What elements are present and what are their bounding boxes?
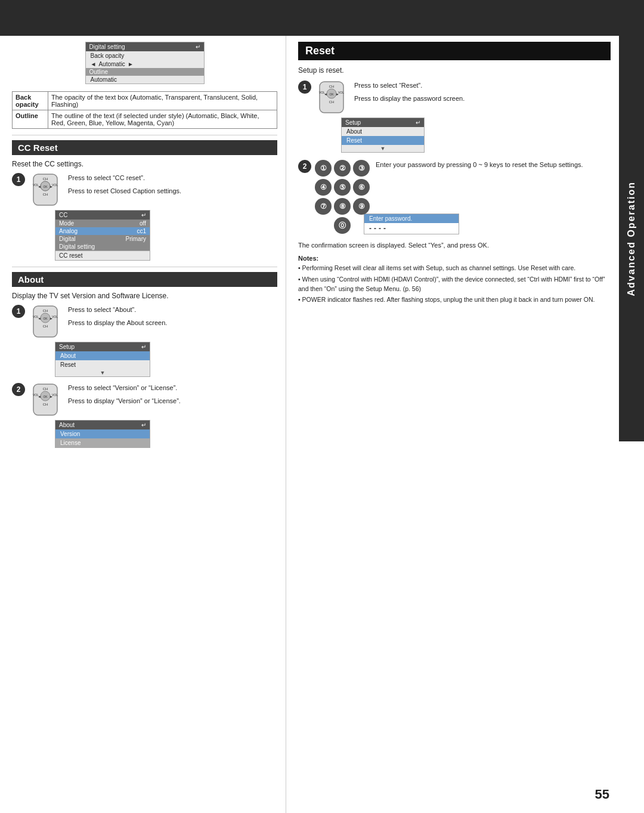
digital-setting-menu: Digital setting ↵ Back opacity ◄ Automat… <box>85 42 205 84</box>
svg-text:CH: CH <box>43 309 48 313</box>
num-9: ⑨ <box>353 198 370 215</box>
notes-section: Notes: Performing Reset will clear all i… <box>298 255 611 305</box>
right-tab: Advanced Operation <box>619 36 644 441</box>
about-step1-content: Press to select “About”. Press to displa… <box>68 305 167 328</box>
right-tab-label: Advanced Operation <box>626 181 637 296</box>
svg-text:CH: CH <box>43 324 48 328</box>
remote-icon-about-2: CH OK ◄ ► VOL VOL CH <box>29 383 62 416</box>
table-row: Back opacity The opacity of the text box… <box>13 92 277 110</box>
svg-text:OK: OK <box>43 395 48 398</box>
reset-step2-content: Enter your password by pressing 0 ~ 9 ke… <box>376 160 583 171</box>
cc-menu-box: CC ↵ Mode off Analog cc1 Digital Primary… <box>55 210 150 261</box>
back-opacity-item: Back opacity <box>86 51 204 60</box>
reset-step2: 2 ① ② ③ ④ ⑤ ⑥ ⑦ ⑧ ⑨ ⓪ <box>298 160 611 234</box>
reset-setup-about-row: About <box>342 127 424 136</box>
label-back-opacity: Back opacity <box>13 92 48 110</box>
cc-reset-step1: 1 CH OK ◄ ► VOL VOL CH <box>12 173 277 206</box>
top-banner <box>0 0 644 36</box>
desc-back-opacity: The opacity of the text box (Automatic, … <box>48 92 277 110</box>
about-version-menu: About ↵ Version License <box>55 420 150 448</box>
remote-icon-1: CH OK ◄ ► VOL VOL CH <box>29 173 62 206</box>
svg-text:OK: OK <box>329 92 334 96</box>
svg-text:VOL: VOL <box>52 393 58 397</box>
left-column: Digital setting ↵ Back opacity ◄ Automat… <box>0 36 286 813</box>
reset-subtext: Setup is reset. <box>298 66 611 75</box>
num-7: ⑦ <box>315 198 332 215</box>
right-column: Reset Setup is reset. 1 CH OK ◄ ► VOL VO… <box>286 36 619 813</box>
notes-label: Notes: <box>298 255 611 262</box>
svg-text:CH: CH <box>43 177 48 181</box>
settings-table: Back opacity The opacity of the text box… <box>12 91 277 129</box>
reset-header: Reset <box>298 42 611 60</box>
remote-icon-reset-1: CH OK ◄ ► VOL VOL CH <box>315 81 348 114</box>
reset-setup-menu-header: Setup ↵ <box>342 118 424 127</box>
about-license-row: License <box>55 438 150 447</box>
about-step2-content: Press to select “Version” or “License”. … <box>68 383 181 406</box>
svg-text:VOL: VOL <box>52 183 58 187</box>
num-4: ④ <box>315 179 332 196</box>
divider <box>12 135 277 135</box>
num-0: ⓪ <box>334 217 351 234</box>
automatic-row: ◄ Automatic ► <box>86 60 204 68</box>
svg-text:CH: CH <box>43 403 48 406</box>
about-setup-menu: Setup ↵ About Reset ▼ <box>55 342 150 377</box>
reset-step1: 1 CH OK ◄ ► VOL VOL CH Press to sele <box>298 81 611 114</box>
remote-icon-about-1: CH OK ◄ ► VOL VOL CH <box>29 305 62 338</box>
num-5: ⑤ <box>334 179 351 196</box>
svg-text:CH: CH <box>43 193 48 196</box>
about-version-row: Version <box>55 429 150 438</box>
desc-outline: The outline of the text (if selected und… <box>48 110 277 129</box>
cc-step1-content: Press to select “CC reset”. Press to res… <box>68 173 181 196</box>
num-1: ① <box>315 160 332 177</box>
confirmation-text: The confirmation screen is displayed. Se… <box>298 242 611 249</box>
svg-text:VOL: VOL <box>52 315 58 319</box>
num-2: ② <box>334 160 351 177</box>
about-version-menu-header: About ↵ <box>55 421 150 429</box>
about-setup-about-row: About <box>55 351 150 360</box>
cc-digital-setting-row: Digital setting <box>55 243 150 251</box>
about-step1: 1 CH OK ◄ ► VOL VOL CH Press to sele <box>12 305 277 338</box>
num-8: ⑧ <box>334 198 351 215</box>
svg-text:CH: CH <box>329 85 335 88</box>
about-header: About <box>12 272 277 287</box>
reset-setup-menu: Setup ↵ About Reset ▼ <box>341 118 425 153</box>
about-setup-arrow: ▼ <box>55 369 150 376</box>
number-grid: ① ② ③ ④ ⑤ ⑥ ⑦ ⑧ ⑨ ⓪ <box>315 160 370 234</box>
svg-text:VOL: VOL <box>338 91 344 94</box>
svg-text:OK: OK <box>43 317 48 320</box>
svg-text:VOL: VOL <box>33 393 39 397</box>
cc-menu-header: CC ↵ <box>55 211 150 220</box>
label-outline: Outline <box>13 110 48 129</box>
about-step-num-2: 2 <box>12 383 25 396</box>
digital-setting-header: Digital setting ↵ <box>86 42 204 51</box>
main-content: Digital setting ↵ Back opacity ◄ Automat… <box>0 36 619 813</box>
cc-reset-subtext: Reset the CC settings. <box>12 160 277 168</box>
about-subtext: Display the TV set Version and Software … <box>12 292 277 300</box>
reset-setup-arrow: ▼ <box>342 145 424 152</box>
reset-step-num-1: 1 <box>298 81 311 94</box>
reset-setup-reset-row: Reset <box>342 136 424 145</box>
cc-analog-row: Analog cc1 <box>55 227 150 235</box>
cc-reset-row: CC reset <box>55 251 150 260</box>
cc-reset-header: CC Reset <box>12 140 277 155</box>
divider2 <box>12 267 277 267</box>
svg-text:CH: CH <box>329 100 335 104</box>
note-1: Performing Reset will clear all items se… <box>298 264 611 273</box>
svg-text:OK: OK <box>43 185 48 188</box>
note-2: When using “Control with HDMI (HDAVI Con… <box>298 275 611 294</box>
about-setup-menu-header: Setup ↵ <box>55 342 150 351</box>
step-number-1: 1 <box>12 173 25 186</box>
cc-mode-row: Mode off <box>55 220 150 227</box>
about-step2: 2 CH OK ◄ ► VOL VOL CH Press to sele <box>12 383 277 416</box>
svg-text:VOL: VOL <box>33 183 39 187</box>
outline-val: Automatic <box>86 76 204 84</box>
table-row: Outline The outline of the text (if sele… <box>13 110 277 129</box>
reset-step-num-2: 2 <box>298 160 311 173</box>
svg-text:VOL: VOL <box>33 315 39 319</box>
svg-text:VOL: VOL <box>319 91 325 94</box>
about-step-num-1: 1 <box>12 305 25 318</box>
page: Advanced Operation 55 Digital setting ↵ … <box>0 0 644 813</box>
outline-header: Outline <box>86 68 204 76</box>
cc-digital-row: Digital Primary <box>55 235 150 243</box>
about-setup-reset-row: Reset <box>55 360 150 369</box>
